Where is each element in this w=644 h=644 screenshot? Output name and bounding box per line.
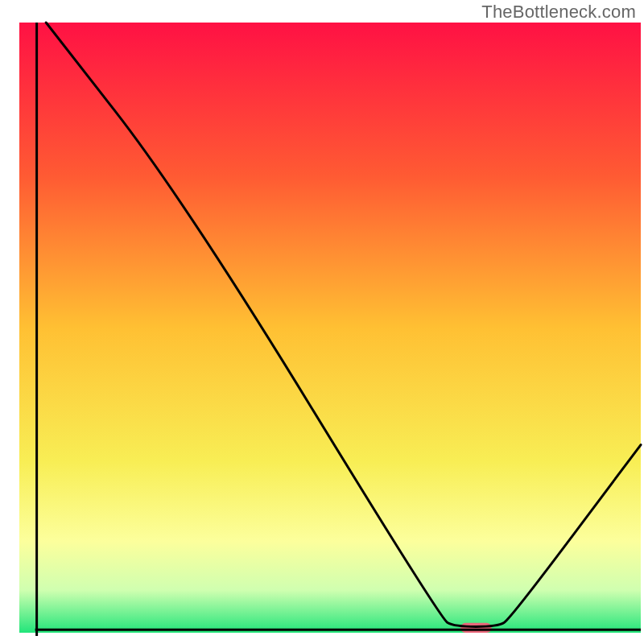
bottleneck-chart: TheBottleneck.com [0,0,644,644]
svg-rect-0 [460,623,492,633]
optimal-marker [460,623,492,633]
chart-svg [0,0,644,644]
watermark-text: TheBottleneck.com [481,2,636,23]
plot-background [19,23,641,633]
